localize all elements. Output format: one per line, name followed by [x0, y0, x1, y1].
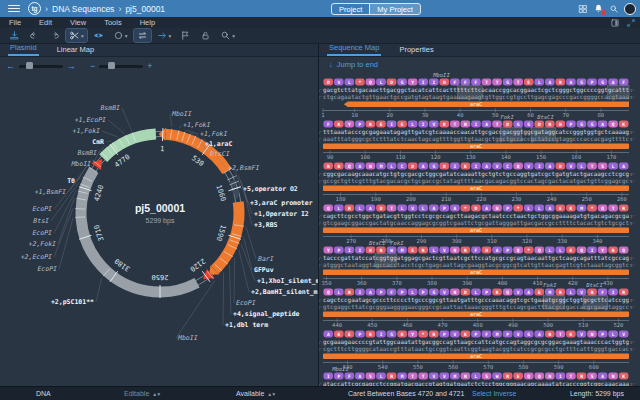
zoom-slider-track[interactable]: [99, 65, 143, 68]
cut-site-label[interactable]: BtsCI: [537, 114, 554, 120]
enzyme-site-label[interactable]: EcoPI: [32, 205, 52, 213]
toolbar-redo-icon[interactable]: [46, 29, 63, 42]
amino-acid-letter: E: [538, 290, 541, 295]
enzyme-site-label[interactable]: +2,FokI: [29, 240, 56, 248]
dna-bottom-strand[interactable]: atgggctaataggtagccacctacctcgctgagcaattag…: [323, 261, 629, 269]
panel-icon[interactable]: [610, 18, 620, 28]
enzyme-site-label[interactable]: MboII: [70, 160, 91, 168]
toolbar-lock-icon[interactable]: [197, 29, 214, 42]
plasmid-feature-label[interactable]: +3,araC promoter: [250, 199, 313, 207]
enzyme-site-label[interactable]: BarI: [258, 255, 274, 263]
plasmid-feature-label[interactable]: +1,XhoI_silent_m: [257, 277, 318, 285]
dna-bottom-strand[interactable]: gtcgaggcttatcgcgggaaggggaacgggccgcaattac…: [323, 303, 629, 311]
menu-view[interactable]: View: [61, 18, 95, 27]
tab-right-sequence-map[interactable]: Sequence Map: [327, 43, 381, 56]
cut-site-label[interactable]: BtsCI: [586, 282, 603, 288]
breadcrumb-sequence-name[interactable]: pj5_00001: [125, 4, 165, 14]
avatar[interactable]: [624, 3, 636, 15]
plasmid-feature-label[interactable]: CmR: [92, 138, 104, 146]
plasmid-feature-label[interactable]: +2,BamHI_silent_m: [251, 288, 318, 296]
dna-bottom-strand[interactable]: gtcgaagcggaccgactatgcaaccaggagcgcggtcgaa…: [323, 219, 629, 227]
enzyme-site-label[interactable]: EcoPI: [32, 229, 52, 237]
enzyme-site-label[interactable]: MboII: [171, 110, 192, 118]
feature-bar[interactable]: [344, 102, 629, 108]
my-project-button[interactable]: My Project: [369, 4, 419, 14]
project-button[interactable]: Project: [332, 4, 369, 14]
availability-select[interactable]: Available▲▼: [236, 390, 275, 397]
enzyme-site-label[interactable]: +1,FokI: [73, 127, 100, 135]
search-icon[interactable]: [609, 4, 619, 14]
jump-to-end-link[interactable]: ↓ Jump to end: [329, 60, 378, 69]
menu-file[interactable]: File: [0, 18, 30, 27]
plasmid-feature-label[interactable]: +4,signal_peptide: [233, 310, 300, 318]
dna-bottom-strand[interactable]: aaatttatgggcgctctttatctcaactagcagttttggt…: [323, 135, 629, 143]
enzyme-site-label[interactable]: BtsCI: [210, 150, 230, 158]
enzyme-site-label[interactable]: BtsI: [33, 217, 49, 225]
toolbar-undo-icon[interactable]: [26, 29, 43, 42]
plasmid-feature-label[interactable]: +1,dbl term: [225, 321, 268, 329]
select-inverse-link[interactable]: Select Inverse: [472, 390, 516, 397]
toolbar-visibility-icon[interactable]: [90, 29, 107, 42]
cut-site-label[interactable]: MboII: [432, 72, 450, 78]
grid-icon[interactable]: [578, 4, 588, 14]
enzyme-site-label[interactable]: BsmBI: [100, 104, 120, 112]
cut-site-label[interactable]: FokI: [500, 114, 514, 120]
enzyme-site-label[interactable]: EcoPI: [37, 265, 57, 273]
rotate-left-button[interactable]: ←: [6, 62, 15, 70]
plasmid-feature-label[interactable]: +5,operator O2: [243, 185, 298, 193]
toolbar-swap-strand-icon[interactable]: [134, 29, 151, 42]
enzyme-site-label[interactable]: BsmBI: [77, 149, 97, 157]
toolbar-cut-icon[interactable]: ▾: [66, 29, 87, 42]
toolbar-orf-icon[interactable]: ▾: [110, 29, 131, 42]
cut-site-label[interactable]: MboII: [331, 366, 349, 372]
amino-acid-letter: M: [580, 206, 583, 211]
enzyme-site-label[interactable]: +1,EcoPI: [75, 116, 106, 124]
plasmid-feature-label[interactable]: +1,araC: [205, 140, 232, 148]
dna-bottom-strand[interactable]: ctgcagaatactgttgaactgccgatgtagtaagtgaaaa…: [323, 93, 629, 101]
plasmid-feature-label[interactable]: +3,RBS: [254, 221, 278, 229]
hamburger-menu-icon[interactable]: [8, 5, 20, 13]
rotate-slider-track[interactable]: [19, 65, 63, 68]
dna-bottom-strand[interactable]: cgctttcttggggcataaccgtttataactgccggtcaat…: [323, 345, 629, 353]
enzyme-site-label[interactable]: +1,BsmFI: [35, 188, 66, 196]
enzyme-site-label[interactable]: EcoPI: [236, 299, 256, 307]
edit-state-select[interactable]: Editable▲▼: [124, 390, 160, 397]
zoom-in-button[interactable]: +: [147, 62, 152, 70]
menu-help[interactable]: Help: [131, 18, 164, 27]
cut-site-label[interactable]: BtsCI: [369, 240, 386, 246]
rotate-right-button[interactable]: →: [67, 62, 76, 70]
menu-edit[interactable]: Edit: [30, 18, 61, 27]
axis-tick-number: 400: [497, 280, 507, 286]
cut-site-label[interactable]: FokI: [543, 282, 557, 288]
amino-acid-letter: *: [591, 206, 594, 211]
toolbar-import-icon[interactable]: [6, 29, 23, 42]
tab-right-properties[interactable]: Properties: [397, 45, 435, 56]
strand-end-mark: 5': [630, 347, 635, 352]
plasmid-feature-label[interactable]: GFPuv: [254, 266, 274, 274]
zoom-slider-handle[interactable]: [108, 62, 115, 69]
plasmid-feature-label[interactable]: +1,Operator I2: [254, 210, 309, 218]
toolbar-search-icon[interactable]: ▾: [217, 29, 238, 42]
toolbar-goto-icon[interactable]: ▾: [154, 29, 175, 42]
dna-bottom-strand[interactable]: gccgctgttcgtttgtacgacacgctgcgaccgctatagt…: [323, 177, 629, 185]
rotate-slider-handle[interactable]: [26, 62, 33, 69]
enzyme-site-label[interactable]: MboII: [177, 334, 198, 342]
enzyme-site-label[interactable]: +2,BsmFI: [228, 164, 259, 172]
breadcrumb-dna-sequences[interactable]: DNA Sequences: [52, 4, 114, 14]
enzyme-site-label[interactable]: +2,EcoPI: [21, 253, 52, 261]
expand-icon[interactable]: [626, 18, 636, 28]
app-logo[interactable]: tg: [28, 2, 41, 15]
feature-bar-label: araC: [470, 311, 482, 317]
menu-tools[interactable]: Tools: [95, 18, 131, 27]
bell-icon[interactable]: [593, 3, 604, 14]
enzyme-site-label[interactable]: +1,FokI: [200, 130, 227, 138]
amino-acid-letter: D: [475, 206, 478, 211]
tab-left-linear-map[interactable]: Linear Map: [55, 45, 97, 56]
enzyme-site-label[interactable]: +1,FokI: [183, 121, 210, 129]
sequence-row: FokIBtsCIFKYPREIELIVKTNIATDGGDRHPGGAQKtt…: [319, 114, 635, 160]
zoom-out-button[interactable]: −: [90, 62, 95, 70]
toolbar-feature-icon[interactable]: [177, 29, 194, 42]
plasmid-feature-label[interactable]: +2,pSC101**: [51, 298, 94, 306]
cut-site-label[interactable]: FokI: [390, 240, 404, 246]
tab-left-plasmid[interactable]: Plasmid: [8, 43, 39, 56]
